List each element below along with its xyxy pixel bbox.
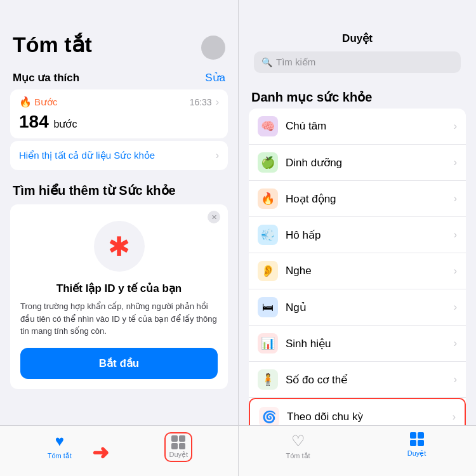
tab-tomtat-label: Tóm tắt xyxy=(48,452,72,460)
medical-icon-container: ✱ xyxy=(20,221,218,272)
list-item[interactable]: 🧠Chú tâm› xyxy=(249,109,466,145)
tab-duyệt-label-right: Duyệt xyxy=(407,449,426,458)
favorites-title: Mục ưa thích xyxy=(13,71,79,84)
category-chevron: › xyxy=(454,157,457,168)
left-header: Tóm tắt xyxy=(0,0,238,66)
category-chevron: › xyxy=(454,121,457,132)
avatar[interactable] xyxy=(201,36,225,60)
show-all-chevron: › xyxy=(216,150,219,161)
promo-desc: Trong trường hợp khẩn cấp, những người p… xyxy=(20,300,218,338)
grid-icon-right xyxy=(410,432,424,446)
tab-bar-left: ♥ Tóm tắt ➜ Duyệt xyxy=(0,425,238,476)
steps-card[interactable]: 🔥 Bước 16:33 › 184 bước xyxy=(10,89,228,138)
medical-circle: ✱ xyxy=(94,221,145,272)
category-list: 🧠Chú tâm›🍏Dinh dưỡng›🔥Hoạt động›💨Hô hấp›… xyxy=(249,109,466,472)
search-icon: 🔍 xyxy=(261,57,272,67)
red-arrow-icon: ➜ xyxy=(92,440,109,465)
list-item[interactable]: 🧍Số đo cơ thể› xyxy=(249,362,466,398)
category-header: Danh mục sức khỏe xyxy=(239,79,476,109)
tab-tomtat-label-right: Tóm tắt xyxy=(286,452,310,460)
start-button[interactable]: Bắt đầu xyxy=(20,348,218,379)
category-chevron: › xyxy=(454,229,457,241)
category-name: Sinh hiệu xyxy=(286,337,331,350)
page-title: Tóm tắt xyxy=(13,32,92,57)
promo-title: Thiết lập ID y tế của bạn xyxy=(20,282,218,295)
tab-duyệt-label-left: Duyệt xyxy=(169,451,188,459)
category-name: Dinh dưỡng xyxy=(286,156,342,169)
category-name: Ngủ xyxy=(286,301,307,314)
category-chevron: › xyxy=(454,193,457,204)
search-bar[interactable]: 🔍 Tìm kiếm xyxy=(254,51,461,73)
search-placeholder: Tìm kiếm xyxy=(276,56,315,68)
steps-row: 🔥 Bước 16:33 › xyxy=(10,89,228,110)
show-all-text: Hiển thị tất cả dữ liệu Sức khỏe xyxy=(19,150,155,161)
edit-link[interactable]: Sửa xyxy=(205,71,225,84)
category-chevron: › xyxy=(454,265,457,277)
steps-chevron: › xyxy=(216,96,219,108)
category-name: Số đo cơ thể xyxy=(286,373,347,387)
right-panel: Duyệt 🔍 Tìm kiếm Danh mục sức khỏe 🧠Chú … xyxy=(238,0,476,476)
tab-duyệt-left[interactable]: Duyệt xyxy=(119,432,239,462)
list-item[interactable]: 👂Nghe› xyxy=(249,253,466,289)
steps-unit: bước xyxy=(54,119,77,129)
medical-star-icon: ✱ xyxy=(108,231,130,262)
close-button[interactable]: ✕ xyxy=(208,211,220,223)
arrow-container: ➜ xyxy=(92,440,109,465)
category-name: Theo dõi chu kỳ xyxy=(287,411,363,423)
tab-duyệt-box: Duyệt xyxy=(164,432,192,462)
category-name: Hô hấp xyxy=(286,228,321,242)
left-content: Tóm tắt Mục ưa thích Sửa 🔥 Bước 16:33 › … xyxy=(0,0,238,476)
heart-tab-icon: ♥ xyxy=(55,432,64,450)
learn-more-title: Tìm hiểu thêm từ Sức khỏe xyxy=(0,173,238,204)
steps-time: 16:33 xyxy=(190,97,212,107)
left-panel: Tóm tắt Mục ưa thích Sửa 🔥 Bước 16:33 › … xyxy=(0,0,238,476)
list-item[interactable]: 🛏Ngủ› xyxy=(249,289,466,326)
list-item[interactable]: 💨Hô hấp› xyxy=(249,217,466,253)
tab-duyệt-right[interactable]: Duyệt xyxy=(357,432,476,458)
list-item[interactable]: 🔥Hoạt động› xyxy=(249,181,466,217)
grid-tab-icon xyxy=(171,435,185,449)
promo-card: ✕ ✱ Thiết lập ID y tế của bạn Trong trườ… xyxy=(10,204,228,389)
heart-icon-right: ♡ xyxy=(291,432,305,450)
show-all-card[interactable]: Hiển thị tất cả dữ liệu Sức khỏe › xyxy=(10,141,228,170)
category-name: Hoạt động xyxy=(286,192,336,206)
category-chevron: › xyxy=(454,374,457,385)
show-all-row[interactable]: Hiển thị tất cả dữ liệu Sức khỏe › xyxy=(10,141,228,170)
right-title: Duyệt xyxy=(251,32,463,45)
list-item[interactable]: 📊Sinh hiệu› xyxy=(249,326,466,362)
right-content: Danh mục sức khỏe 🧠Chú tâm›🍏Dinh dưỡng›🔥… xyxy=(239,79,476,476)
flame-icon: 🔥 xyxy=(19,96,32,108)
category-chevron: › xyxy=(453,411,456,423)
tab-tomtat-right[interactable]: ♡ Tóm tắt xyxy=(239,432,357,460)
category-name: Chú tâm xyxy=(286,120,326,133)
category-name: Nghe xyxy=(286,265,312,277)
category-chevron: › xyxy=(454,338,457,349)
steps-value: 184 bước xyxy=(10,110,228,138)
category-chevron: › xyxy=(454,301,457,313)
favorites-header: Mục ưa thích Sửa xyxy=(0,66,238,87)
steps-label: 🔥 Bước xyxy=(19,96,58,108)
right-header: Duyệt 🔍 Tìm kiếm xyxy=(239,0,476,79)
tab-bar-right: ♡ Tóm tắt Duyệt xyxy=(239,425,476,476)
list-item[interactable]: 🍏Dinh dưỡng› xyxy=(249,145,466,181)
